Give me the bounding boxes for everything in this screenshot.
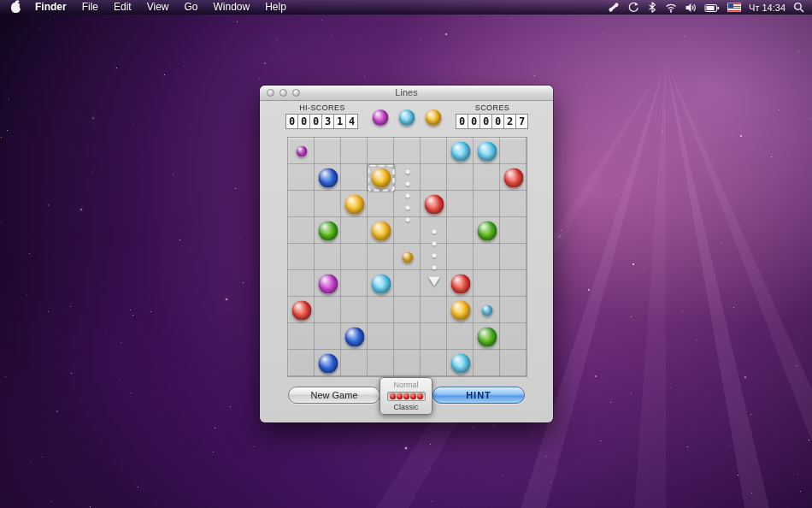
input-language-flag-icon[interactable] [727,3,741,12]
menu-item-help[interactable]: Help [257,0,294,15]
board-cell[interactable] [288,164,315,191]
board-cell[interactable] [394,350,421,376]
board-cell[interactable] [474,191,500,217]
menu-item-window[interactable]: Window [206,0,258,15]
board-cell[interactable] [421,323,447,350]
window-titlebar[interactable]: Lines [260,86,553,101]
next-ball-yellow[interactable] [425,109,441,126]
ball-yellow[interactable] [450,300,470,320]
board-cell[interactable] [288,191,315,217]
menu-item-finder[interactable]: Finder [27,0,74,15]
board-cell[interactable] [394,164,421,191]
board-cell[interactable] [474,244,500,270]
board-cell[interactable] [288,217,315,244]
ball-magenta[interactable] [296,145,307,157]
next-ball-magenta[interactable] [372,109,388,126]
ball-cyan[interactable] [450,141,470,161]
difficulty-option-classic[interactable]: Classic [393,403,418,411]
sync-icon[interactable] [627,2,639,13]
board-cell[interactable] [394,323,421,350]
ball-yellow[interactable] [371,221,391,240]
board-cell[interactable] [447,244,474,270]
board-cell[interactable] [368,297,394,323]
board-cell[interactable] [288,270,315,297]
difficulty-option-normal[interactable]: Normal [393,381,418,389]
menu-item-go[interactable]: Go [177,0,206,15]
board-cell[interactable] [341,270,368,297]
ball-green[interactable] [318,221,338,240]
board-cell[interactable] [341,350,368,376]
board-cell[interactable] [288,350,315,376]
spotlight-icon[interactable] [793,2,804,13]
ball-green[interactable] [477,221,497,240]
apple-menu-icon[interactable] [11,3,21,13]
board-cell[interactable] [288,244,315,270]
ball-blue[interactable] [318,353,338,373]
board-cell[interactable] [368,323,394,350]
board-cell[interactable] [500,350,527,376]
board-cell[interactable] [315,191,341,217]
board-cell[interactable] [394,270,421,297]
board-cell[interactable] [315,138,341,164]
battery-icon[interactable] [704,3,720,13]
board-cell[interactable] [474,164,500,191]
board-cell[interactable] [447,164,474,191]
ball-yellow[interactable] [371,168,391,187]
board-cell[interactable] [500,217,527,244]
board-cell[interactable] [447,217,474,244]
ball-yellow[interactable] [402,251,413,263]
menu-clock[interactable]: Чт 14:34 [749,3,786,13]
board-cell[interactable] [368,350,394,376]
board-cell[interactable] [447,323,474,350]
board-cell[interactable] [500,323,527,350]
board-cell[interactable] [315,244,341,270]
board-cell[interactable] [315,297,341,323]
board-cell[interactable] [421,297,447,323]
menu-item-edit[interactable]: Edit [106,0,139,15]
board-cell[interactable] [421,350,447,376]
board-cell[interactable] [341,138,368,164]
phone-icon[interactable] [608,2,620,13]
board-cell[interactable] [474,350,500,376]
hint-button[interactable]: HINT [432,387,525,404]
difficulty-selector[interactable]: Normal Classic [380,377,432,415]
board-cell[interactable] [500,244,527,270]
board-cell[interactable] [500,270,527,297]
board-cell[interactable] [341,217,368,244]
ball-cyan[interactable] [481,304,492,316]
board-cell[interactable] [421,164,447,191]
board-cell[interactable] [500,138,527,164]
board-cell[interactable] [447,191,474,217]
ball-cyan[interactable] [371,274,391,293]
ball-red[interactable] [450,274,470,293]
board-cell[interactable] [341,164,368,191]
menu-item-file[interactable]: File [74,0,106,15]
board-cell[interactable] [341,244,368,270]
board-cell[interactable] [500,191,527,217]
ball-cyan[interactable] [450,353,470,373]
new-game-button[interactable]: New Game [288,387,380,404]
board-cell[interactable] [368,244,394,270]
board-cell[interactable] [368,191,394,217]
board-cell[interactable] [315,323,341,350]
ball-magenta[interactable] [318,274,338,293]
wifi-icon[interactable] [665,3,677,13]
volume-icon[interactable] [685,3,697,13]
board-cell[interactable] [394,297,421,323]
board-cell[interactable] [394,138,421,164]
ball-cyan[interactable] [477,141,497,161]
ball-yellow[interactable] [344,194,364,214]
menu-item-view[interactable]: View [139,0,177,15]
next-ball-cyan[interactable] [398,109,415,126]
ball-red[interactable] [291,300,311,320]
board-cell[interactable] [421,138,447,164]
ball-red[interactable] [503,168,523,187]
board-cell[interactable] [288,323,315,350]
board-cell[interactable] [341,297,368,323]
board-cell[interactable] [368,138,394,164]
ball-blue[interactable] [318,168,338,187]
board-cell[interactable] [500,297,527,323]
ball-red[interactable] [424,194,444,214]
ball-blue[interactable] [344,327,364,346]
board-cell[interactable] [474,270,500,297]
